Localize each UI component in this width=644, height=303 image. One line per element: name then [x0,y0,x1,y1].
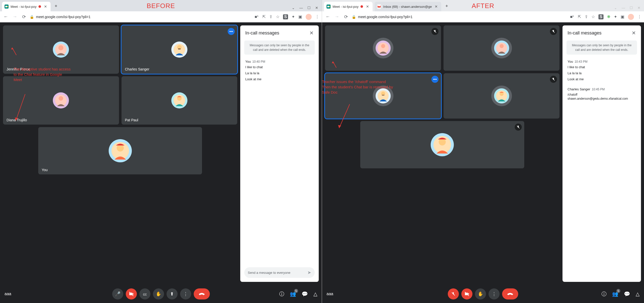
camera-icon[interactable]: ■ᵏ [255,14,259,19]
chat-notice: Messages can only be seen by people in t… [567,41,637,55]
reload-button[interactable]: ⟳ [21,14,27,20]
self-tile[interactable]: You [38,127,202,174]
extensions-icon[interactable]: ✦ [614,14,617,19]
tab-title: Inbox (69) - shawn.anderson@ge [383,5,432,9]
self-tile[interactable] [360,121,524,168]
maximize-button[interactable]: ☐ [630,6,633,10]
msg-text: I like to chat [568,65,636,69]
participant-tile[interactable]: Pat Paul [122,76,237,125]
people-button[interactable]: 👥5 [290,291,296,297]
profile-avatar[interactable] [628,14,634,20]
pin-icon[interactable]: ••• [228,28,235,35]
camera-icon[interactable]: ■ᵏ [570,14,574,19]
participant-tile[interactable] [444,73,559,119]
forward-button[interactable]: → [334,14,340,20]
participant-name: Charles Sanger [125,67,149,71]
present-button[interactable]: ⬆ [167,288,178,299]
browser-tab[interactable]: Inbox (69) - shawn.anderson@ge ✕ [375,2,441,11]
svg-point-2 [58,45,63,50]
participant-tile[interactable] [325,25,441,71]
raise-hand-button[interactable]: ✋ [153,288,164,299]
reload-button[interactable]: ⟳ [343,14,349,20]
extension-s-icon[interactable]: S [283,14,288,19]
new-tab-button[interactable]: + [443,3,450,10]
url-box[interactable]: 🔒 meet.google.com/isi-fpui-poy?pli=1 [352,15,568,19]
tab-close-button[interactable]: ✕ [434,5,439,9]
info-button[interactable]: ⓘ [279,291,284,297]
mic-off-button[interactable] [448,288,459,299]
back-button[interactable]: ← [3,14,9,20]
annotation-arrow [10,46,18,56]
profile-avatar[interactable] [306,14,312,20]
chat-button[interactable]: 💬 [302,291,308,297]
chat-input[interactable]: Send a message to everyone ➤ [244,267,315,278]
install-icon[interactable]: ⇱ [578,14,581,19]
people-button[interactable]: 👥5 [612,291,618,297]
meet-favicon-icon [327,5,331,9]
gmail-favicon-icon [377,5,381,9]
camera-off-button[interactable] [461,288,472,299]
annotation-text: The disruptive student has access to the… [14,66,71,82]
back-button[interactable]: ← [325,14,331,20]
extension-s-icon[interactable]: S [598,14,603,19]
browser-tab[interactable]: Meet - isi-fpui-poy ✕ [2,2,51,11]
minimize-button[interactable]: — [622,6,625,10]
forward-button[interactable]: → [12,14,18,20]
msg-text: Look at me [568,77,636,82]
camera-off-button[interactable] [126,288,137,299]
star-icon[interactable]: ☆ [591,14,595,19]
participant-tile-active[interactable]: ••• Charles Sanger [122,25,237,74]
share-icon[interactable]: ⇪ [585,14,588,19]
tab-title: Meet - isi-fpui-poy [11,5,36,9]
svg-point-7 [59,96,63,101]
more-options-button[interactable]: ⋮ [180,288,191,299]
tab-dropdown-icon[interactable]: ⌄ [292,6,295,10]
lock-icon: 🔒 [30,15,34,19]
annotation-arrow [331,60,338,69]
url-box[interactable]: 🔒 meet.google.com/isi-fpui-poy?pli=1 [30,15,252,19]
annotation-text: Teacher issues the '/chatoff' command Th… [322,79,395,95]
close-window-button[interactable]: ✕ [637,6,640,10]
chrome-menu-button[interactable]: ⋮ [637,14,641,19]
annotation-arrow [14,93,26,123]
end-call-button[interactable] [502,288,518,299]
share-icon[interactable]: ⇪ [269,14,272,19]
send-icon[interactable]: ➤ [307,270,311,275]
tab-close-button[interactable]: ✕ [43,5,48,9]
chat-button[interactable]: 💬 [624,291,630,297]
sidepanel-icon[interactable]: ▣ [621,14,624,19]
participant-name: Pat Paul [125,118,138,122]
close-chat-button[interactable]: ✕ [309,30,314,36]
close-chat-button[interactable]: ✕ [632,30,636,36]
raise-hand-button[interactable]: ✋ [475,288,486,299]
more-options-button[interactable]: ⋮ [489,288,500,299]
tab-dropdown-icon[interactable]: ⌄ [614,6,617,10]
mic-button[interactable]: 🎤 [112,288,123,299]
meet-dock: aaa 🎤 ㏄ ✋ ⬆ ⋮ ⓘ 👥5 💬 △ [0,285,322,303]
activities-button[interactable]: △ [313,291,317,297]
extensions-icon[interactable]: ✦ [292,14,295,19]
muted-icon [431,28,438,35]
meet-main: ••• In-call messages ✕ Mess [322,22,644,285]
pin-icon[interactable]: ••• [431,76,438,83]
star-icon[interactable]: ☆ [276,14,279,19]
info-button[interactable]: ⓘ [601,291,607,297]
tab-close-button[interactable]: ✕ [365,5,370,9]
chrome-menu-button[interactable]: ⋮ [315,14,319,19]
minimize-button[interactable]: — [299,6,303,10]
new-tab-button[interactable]: + [53,3,59,10]
close-window-button[interactable]: ✕ [315,6,318,10]
avatar-icon [55,95,67,106]
extension-leaf-icon[interactable]: ❋ [607,14,610,19]
addr-actions: ■ᵏ ⇱ ⇪ ☆ S ✦ ▣ ⋮ [255,14,319,20]
activities-button[interactable]: △ [636,291,639,297]
captions-button[interactable]: ㏄ [139,288,150,299]
end-call-button[interactable] [194,288,210,299]
participant-tile[interactable] [444,25,559,71]
address-bar: ← → ⟳ 🔒 meet.google.com/isi-fpui-poy?pli… [0,11,322,22]
browser-tab[interactable]: Meet - isi-fpui-poy ✕ [324,2,373,11]
install-icon[interactable]: ⇱ [262,14,266,19]
maximize-button[interactable]: ☐ [307,6,311,10]
after-label: AFTER [472,2,494,10]
sidepanel-icon[interactable]: ▣ [298,14,302,19]
